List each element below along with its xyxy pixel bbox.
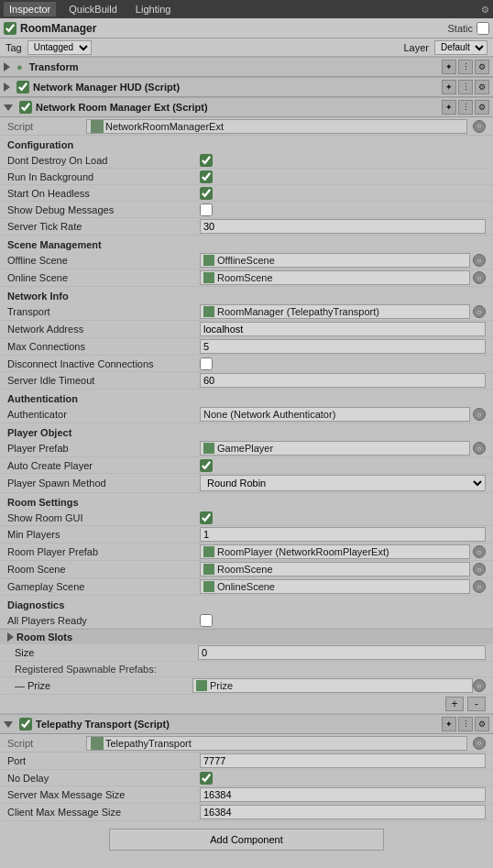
tag-label: Tag	[5, 42, 22, 53]
room-slots-label: Room Slots	[16, 632, 72, 643]
room-player-prefab-label: Room Player Prefab	[7, 546, 200, 557]
spawn-method-value: Round Robin	[200, 475, 486, 491]
nrm-header[interactable]: Network Room Manager Ext (Script) ✦ ⋮ ⚙	[0, 97, 493, 117]
server-idle-label: Server Idle Timeout	[7, 375, 200, 386]
nrm-icon-3[interactable]: ⚙	[475, 100, 489, 115]
offline-scene-object: OfflineScene	[200, 253, 470, 268]
disconnect-inactive-checkbox[interactable]	[200, 357, 213, 370]
tag-select[interactable]: Untagged	[27, 40, 92, 55]
spawn-method-select[interactable]: Round Robin	[200, 475, 486, 491]
static-checkbox[interactable]	[477, 22, 489, 35]
transport-circle[interactable]: ○	[473, 305, 486, 318]
telepathy-header[interactable]: Telepathy Transport (Script) ✦ ⋮ ⚙	[0, 714, 493, 734]
run-bg-checkbox[interactable]	[200, 170, 213, 183]
script-circle-btn[interactable]: ○	[473, 120, 486, 133]
start-headless-checkbox[interactable]	[200, 187, 213, 200]
telepathy-script-circle[interactable]: ○	[473, 737, 486, 750]
telepathy-icon-1[interactable]: ✦	[442, 717, 456, 731]
prop-room-player-prefab: Room Player Prefab RoomPlayer (NetworkRo…	[0, 544, 493, 561]
all-players-ready-checkbox[interactable]	[200, 614, 213, 627]
nrm-icon-1[interactable]: ✦	[442, 100, 456, 115]
layer-select[interactable]: Default	[434, 40, 488, 55]
telepathy-checkbox[interactable]	[19, 718, 32, 731]
prize-circle[interactable]: ○	[473, 679, 486, 692]
room-slots-header[interactable]: Room Slots	[0, 629, 493, 644]
start-headless-value	[200, 187, 486, 200]
show-debug-checkbox[interactable]	[200, 203, 213, 216]
room-player-prefab-value: RoomPlayer (NetworkRoomPlayerExt) ○	[200, 544, 486, 559]
no-delay-checkbox[interactable]	[200, 772, 213, 785]
prop-player-prefab: Player Prefab GamePlayer ○	[0, 440, 493, 457]
network-hud-header[interactable]: Network Manager HUD (Script) ✦ ⋮ ⚙	[0, 77, 493, 97]
prop-network-address: Network Address	[0, 321, 493, 338]
server-idle-input[interactable]	[200, 373, 486, 388]
hud-icon-3[interactable]: ⚙	[475, 80, 489, 94]
transform-title: Transform	[29, 61, 438, 72]
telepathy-script-label: Script	[7, 738, 81, 749]
room-scene-circle[interactable]: ○	[473, 563, 486, 576]
show-debug-label: Show Debug Messages	[7, 204, 200, 215]
static-label: Static	[447, 23, 473, 34]
authenticator-circle[interactable]: ○	[473, 408, 486, 421]
prop-gameplay-scene: Gameplay Scene OnlineScene ○	[0, 578, 493, 596]
auto-create-checkbox[interactable]	[200, 459, 213, 472]
gameplay-scene-circle[interactable]: ○	[473, 580, 486, 593]
hud-icon-1[interactable]: ✦	[442, 80, 456, 94]
registered-label: Registered Spawnable Prefabs:	[0, 662, 493, 677]
server-tick-input[interactable]	[200, 219, 486, 234]
prop-show-room-gui: Show Room GUI	[0, 510, 493, 526]
prop-all-players-ready: All Players Ready	[0, 612, 493, 629]
size-input[interactable]	[198, 645, 486, 660]
nrm-script-row: Script NetworkRoomManagerExt ○	[0, 117, 493, 136]
prop-port: Port	[0, 753, 493, 770]
auto-create-label: Auto Create Player	[7, 460, 200, 471]
gameplay-scene-icon	[203, 581, 214, 592]
script-icon	[91, 120, 104, 133]
offline-scene-label: Offline Scene	[7, 255, 200, 266]
prop-online-scene: Online Scene RoomScene ○	[0, 269, 493, 287]
offline-scene-circle[interactable]: ○	[473, 254, 486, 267]
add-component-button[interactable]: Add Component	[109, 829, 384, 851]
disconnect-inactive-value	[200, 357, 486, 370]
tab-lighting[interactable]: Lighting	[130, 2, 177, 16]
server-max-msg-input[interactable]	[200, 787, 486, 802]
transform-header[interactable]: ● Transform ✦ ⋮ ⚙	[0, 57, 493, 77]
add-component-row: Add Component	[0, 821, 493, 858]
client-max-msg-value	[200, 805, 486, 819]
object-name: RoomManager	[20, 22, 444, 35]
min-players-value	[200, 527, 486, 542]
nrm-icon-2[interactable]: ⋮	[458, 100, 473, 115]
slots-add-btn[interactable]: +	[445, 697, 464, 711]
transform-icon-1[interactable]: ✦	[442, 60, 456, 74]
transform-icon-2[interactable]: ⋮	[458, 60, 473, 74]
network-address-input[interactable]	[200, 322, 486, 336]
network-hud-checkbox[interactable]	[16, 81, 29, 93]
client-max-msg-input[interactable]	[200, 805, 486, 819]
room-player-prefab-circle[interactable]: ○	[473, 545, 486, 558]
object-active-checkbox[interactable]	[4, 22, 16, 35]
prop-max-connections: Max Connections	[0, 338, 493, 356]
slots-arrow	[7, 632, 14, 642]
dont-destroy-checkbox[interactable]	[200, 154, 213, 167]
min-players-label: Min Players	[7, 529, 200, 540]
max-connections-input[interactable]	[200, 339, 486, 354]
telepathy-script-row: Script TelepathyTransport ○	[0, 734, 493, 753]
port-input[interactable]	[200, 753, 486, 768]
online-scene-circle[interactable]: ○	[473, 271, 486, 284]
tab-quickbuild[interactable]: QuickBuild	[63, 2, 123, 16]
server-max-msg-value	[200, 787, 486, 802]
layer-label: Layer	[403, 42, 429, 53]
telepathy-icon-2[interactable]: ⋮	[458, 717, 473, 731]
nrm-content: Script NetworkRoomManagerExt ○ Configura…	[0, 117, 493, 714]
transform-icon-3[interactable]: ⚙	[475, 60, 489, 74]
telepathy-icon-3[interactable]: ⚙	[475, 717, 489, 731]
show-room-gui-checkbox[interactable]	[200, 511, 213, 524]
hud-icon-2[interactable]: ⋮	[458, 80, 473, 94]
room-player-prefab-icon	[203, 546, 214, 557]
min-players-input[interactable]	[200, 527, 486, 542]
prize-label: Prize	[27, 680, 192, 691]
slots-remove-btn[interactable]: -	[467, 697, 486, 711]
nrm-checkbox[interactable]	[19, 101, 32, 114]
tab-inspector[interactable]: Inspector	[4, 2, 56, 16]
player-prefab-circle[interactable]: ○	[473, 442, 486, 455]
